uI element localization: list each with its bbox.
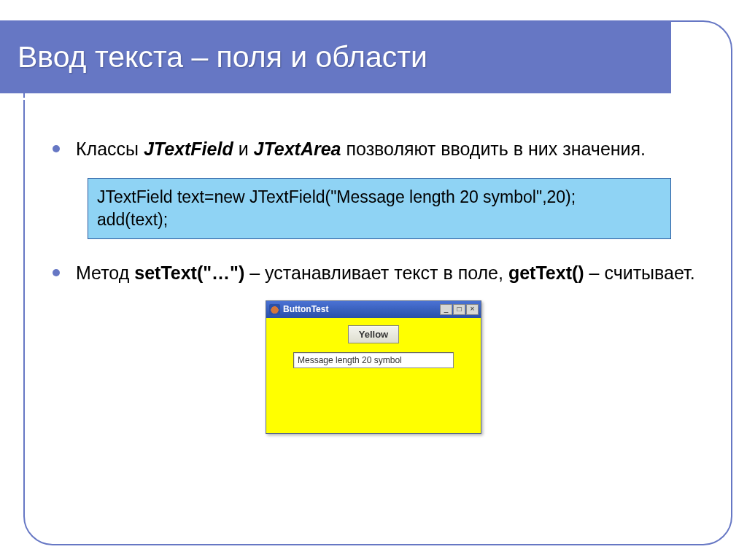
java-window: ButtonTest _ □ × Yellow [266, 300, 481, 434]
close-button[interactable]: × [466, 304, 479, 315]
class-name: JTextField [144, 139, 233, 159]
text-fragment: – считывает. [584, 262, 695, 283]
class-name: JTextArea [254, 139, 341, 159]
method-name: setText("…") [134, 262, 244, 283]
bullet-item: Классы JTextField и JTextArea позволяют … [44, 137, 703, 162]
bullet-icon [53, 269, 60, 276]
code-line: add(text); [97, 209, 662, 231]
slide-title: Ввод текста – поля и области [18, 40, 427, 74]
slide-body: Классы JTextField и JTextArea позволяют … [44, 131, 703, 434]
text-fragment: Метод [76, 262, 134, 283]
window-controls: _ □ × [440, 304, 479, 315]
bullet-item: Метод setText("…") – устанавливает текст… [44, 261, 703, 286]
java-icon [269, 304, 280, 315]
bullet-text: Метод setText("…") – устанавливает текст… [76, 261, 695, 286]
text-fragment: Классы [76, 139, 144, 159]
minimize-button[interactable]: _ [440, 304, 452, 315]
window-title: ButtonTest [283, 304, 437, 314]
message-textfield[interactable] [293, 352, 454, 368]
bullet-icon [53, 145, 60, 152]
window-titlebar[interactable]: ButtonTest _ □ × [266, 301, 481, 318]
slide-title-underline [0, 98, 671, 100]
yellow-button[interactable]: Yellow [348, 325, 399, 343]
slide-title-banner: Ввод текста – поля и области [0, 20, 671, 93]
text-fragment: и [233, 139, 254, 159]
method-name: getText() [508, 262, 584, 283]
maximize-button[interactable]: □ [453, 304, 465, 315]
demo-screenshot: ButtonTest _ □ × Yellow [44, 300, 703, 434]
code-line: JTextField text=new JTextField("Message … [97, 186, 662, 209]
bullet-text: Классы JTextField и JTextArea позволяют … [76, 137, 646, 162]
text-fragment: – устанавливает текст в поле, [244, 262, 508, 283]
code-block: JTextField text=new JTextField("Message … [88, 178, 671, 239]
text-fragment: позволяют вводить в них значения. [341, 139, 646, 159]
window-content: Yellow [266, 318, 481, 433]
